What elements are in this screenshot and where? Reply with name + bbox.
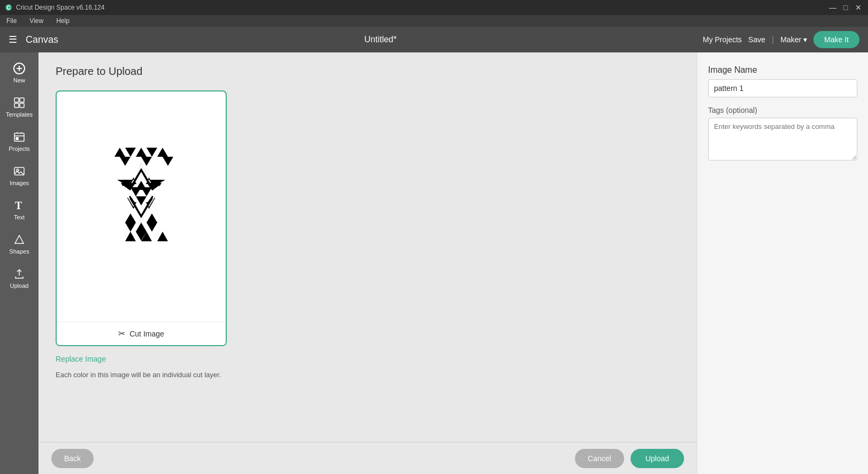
shapes-icon (13, 233, 26, 246)
svg-marker-17 (114, 148, 125, 157)
svg-rect-8 (20, 103, 24, 108)
sidebar-new-label: New (13, 77, 25, 83)
bottom-bar-right: Cancel Upload (575, 449, 684, 468)
svg-marker-20 (120, 157, 130, 166)
back-button[interactable]: Back (51, 449, 94, 468)
sidebar-images-label: Images (10, 180, 29, 186)
main-layout: New Templates (0, 52, 868, 474)
sidebar-projects-label: Projects (9, 146, 30, 152)
close-button[interactable]: ✕ (853, 2, 864, 13)
text-icon: T (13, 199, 26, 212)
upload-panel-title: Prepare to Upload (56, 65, 680, 78)
app-title: Cricut Design Space v6.16.124 (16, 4, 827, 11)
new-icon (13, 62, 26, 75)
hamburger-menu[interactable]: ☰ (9, 34, 17, 45)
document-title: Untitled* (65, 35, 696, 44)
replace-image-link[interactable]: Replace Image (56, 355, 680, 363)
sidebar-upload-label: Upload (10, 282, 29, 289)
svg-marker-19 (157, 148, 168, 157)
svg-marker-15 (125, 148, 136, 157)
sidebar-item-text[interactable]: T Text (2, 194, 36, 226)
svg-rect-11 (16, 137, 18, 140)
sidebar-shapes-label: Shapes (9, 248, 29, 255)
right-panel: Image Name Tags (optional) (697, 52, 868, 474)
my-projects-link[interactable]: My Projects (703, 35, 742, 44)
content-area: Prepare to Upload (39, 52, 697, 474)
sidebar-item-new[interactable]: New (2, 57, 36, 89)
images-icon (13, 165, 26, 178)
sidebar-item-upload[interactable]: Upload (2, 262, 36, 294)
sidebar-templates-label: Templates (6, 111, 33, 118)
header: ☰ Canvas Untitled* My Projects Save | Ma… (0, 27, 868, 52)
bottom-bar: Back Cancel Upload (39, 442, 697, 474)
image-name-section: Image Name (708, 65, 857, 97)
titlebar: C Cricut Design Space v6.16.124 — □ ✕ (0, 0, 868, 15)
sidebar-item-images[interactable]: Images (2, 159, 36, 192)
cut-image-bar[interactable]: ✂ Cut Image (57, 322, 226, 345)
svg-marker-18 (136, 148, 147, 157)
svg-marker-22 (163, 157, 173, 166)
header-right: My Projects Save | Maker ▾ Make It (703, 31, 859, 48)
pattern-image (88, 137, 195, 276)
tags-section: Tags (optional) (708, 106, 857, 163)
menu-view[interactable]: View (27, 16, 45, 26)
minimize-button[interactable]: — (827, 2, 838, 13)
canvas-label: Canvas (26, 34, 58, 45)
sidebar: New Templates (0, 52, 39, 474)
menu-file[interactable]: File (4, 16, 19, 26)
sidebar-item-projects[interactable]: Projects (2, 125, 36, 157)
projects-icon (13, 131, 26, 143)
image-card: ✂ Cut Image (56, 90, 227, 346)
svg-rect-7 (14, 103, 19, 108)
svg-marker-47 (147, 213, 157, 232)
svg-rect-6 (20, 98, 24, 102)
app-icon: C (4, 3, 13, 12)
menubar: File View Help (0, 15, 868, 27)
cancel-button[interactable]: Cancel (575, 449, 624, 468)
svg-marker-16 (147, 148, 157, 157)
menu-help[interactable]: Help (54, 16, 72, 26)
make-it-button[interactable]: Make It (813, 31, 859, 48)
svg-marker-51 (157, 232, 168, 241)
maker-chevron-icon: ▾ (803, 35, 807, 44)
templates-icon (13, 96, 26, 109)
save-button[interactable]: Save (748, 35, 765, 44)
image-name-input[interactable] (708, 79, 857, 97)
window-controls: — □ ✕ (827, 2, 864, 13)
cut-image-label: Cut Image (129, 330, 164, 338)
image-description: Each color in this image will be an indi… (56, 370, 237, 380)
maximize-button[interactable]: □ (840, 2, 851, 13)
upload-panel: Prepare to Upload (39, 52, 697, 442)
svg-text:C: C (6, 5, 10, 11)
maker-selector[interactable]: Maker ▾ (780, 35, 807, 44)
sidebar-item-templates[interactable]: Templates (2, 91, 36, 123)
tags-label: Tags (optional) (708, 106, 857, 114)
tags-input[interactable] (708, 118, 857, 160)
image-preview (57, 91, 226, 322)
sidebar-text-label: Text (14, 214, 25, 220)
sidebar-item-shapes[interactable]: Shapes (2, 228, 36, 260)
upload-icon (13, 267, 26, 280)
scissors-icon: ✂ (118, 328, 125, 339)
svg-marker-46 (125, 213, 136, 232)
image-name-label: Image Name (708, 65, 857, 75)
svg-marker-21 (141, 157, 152, 166)
svg-rect-5 (14, 98, 19, 102)
upload-button[interactable]: Upload (631, 449, 684, 468)
svg-text:T: T (15, 200, 22, 211)
maker-label: Maker (780, 35, 801, 44)
svg-marker-49 (125, 232, 136, 241)
header-divider: | (772, 35, 774, 44)
